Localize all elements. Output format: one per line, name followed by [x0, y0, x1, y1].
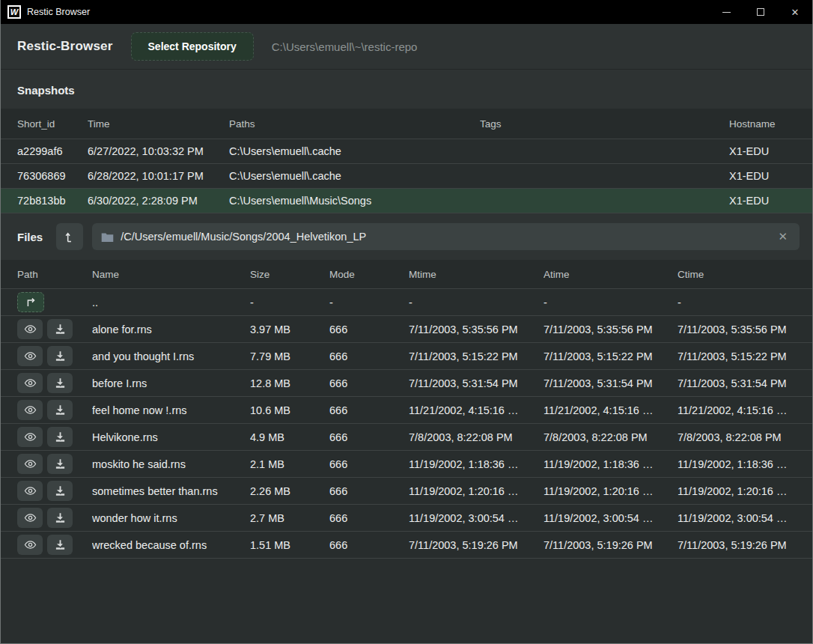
file-size: 4.9 MB — [250, 431, 329, 443]
select-repository-button[interactable]: Select Repository — [131, 32, 254, 61]
snapshots-table-body: a2299af6 6/27/2022, 10:03:32 PM C:\Users… — [1, 139, 812, 213]
download-file-button[interactable] — [47, 400, 73, 420]
close-button[interactable]: ✕ — [778, 0, 812, 24]
titlebar: W Restic Browser ✕ — [1, 0, 812, 24]
snapshot-hostname: X1-EDU — [729, 195, 796, 207]
file-mode: 666 — [329, 323, 409, 335]
maximize-button[interactable] — [743, 0, 778, 24]
file-name: feel home now !.rns — [92, 404, 250, 416]
file-name: wrecked because of.rns — [92, 539, 250, 551]
file-row: moskito he said.rns 2.1 MB 666 11/19/200… — [1, 450, 812, 477]
file-atime: 7/11/2003, 5:15:22 PM — [543, 350, 678, 362]
column-header-path: Path — [17, 269, 92, 280]
preview-file-button[interactable] — [17, 427, 43, 447]
file-ctime: 11/21/2002, 4:15:16 … — [678, 404, 796, 416]
eye-icon — [24, 540, 37, 550]
up-directory-button[interactable] — [56, 223, 83, 250]
file-mtime: 7/11/2003, 5:31:54 PM — [409, 377, 543, 389]
current-path-input[interactable]: /C/Users/emuell/Music/Songs/2004_Helveti… — [92, 223, 800, 250]
snapshot-paths: C:\Users\emuell\Music\Songs — [229, 195, 480, 207]
eye-icon — [24, 459, 37, 469]
snapshot-time: 6/28/2022, 10:01:17 PM — [88, 170, 229, 182]
preview-file-button[interactable] — [17, 481, 43, 501]
snapshot-short-id: 72b813bb — [17, 195, 88, 207]
file-row: alone for.rns 3.97 MB 666 7/11/2003, 5:3… — [1, 315, 812, 342]
file-atime: 11/21/2002, 4:15:16 … — [543, 404, 678, 416]
file-mtime: 7/11/2003, 5:35:56 PM — [409, 323, 543, 335]
snapshot-row[interactable]: 76306869 6/28/2022, 10:01:17 PM C:\Users… — [1, 163, 812, 188]
download-file-button[interactable] — [47, 535, 73, 555]
preview-file-button[interactable] — [17, 400, 43, 420]
clear-path-button[interactable]: ✕ — [775, 228, 791, 245]
file-ctime: 11/19/2002, 3:00:54 … — [678, 512, 796, 524]
file-size: 3.97 MB — [250, 323, 329, 335]
current-path-text: /C/Users/emuell/Music/Songs/2004_Helveti… — [121, 231, 768, 243]
download-icon — [55, 404, 66, 416]
eye-icon — [24, 378, 37, 388]
file-ctime: 7/11/2003, 5:31:54 PM — [678, 377, 796, 389]
file-mode: 666 — [329, 539, 409, 551]
file-mtime: 11/19/2002, 1:18:36 … — [409, 458, 543, 470]
download-file-button[interactable] — [47, 373, 73, 393]
download-file-button[interactable] — [47, 319, 73, 339]
download-file-button[interactable] — [47, 454, 73, 474]
preview-file-button[interactable] — [17, 508, 43, 528]
column-header-size: Size — [250, 269, 329, 280]
download-icon — [55, 485, 66, 496]
preview-file-button[interactable] — [17, 454, 43, 474]
empty-area — [1, 559, 812, 643]
download-file-button[interactable] — [47, 508, 73, 528]
download-icon — [55, 431, 66, 443]
file-mtime: 7/11/2003, 5:19:26 PM — [409, 539, 543, 551]
file-size: 10.6 MB — [250, 404, 329, 416]
app-header: Restic-Browser Select Repository C:\User… — [1, 24, 812, 69]
file-row: Helvikone.rns 4.9 MB 666 7/8/2003, 8:22:… — [1, 423, 812, 450]
download-icon — [55, 350, 66, 362]
file-size: 7.79 MB — [250, 350, 329, 362]
eye-icon — [24, 351, 37, 361]
column-header-tags: Tags — [480, 118, 729, 130]
preview-file-button[interactable] — [17, 373, 43, 393]
snapshot-row[interactable]: 72b813bb 6/30/2022, 2:28:09 PM C:\Users\… — [1, 188, 812, 213]
parent-directory-row: .. - - - - - — [1, 288, 812, 315]
file-ctime: 11/19/2002, 1:20:16 … — [678, 485, 796, 497]
window-title: Restic Browser — [27, 7, 90, 17]
file-atime: 11/19/2002, 3:00:54 … — [543, 512, 678, 524]
snapshot-row[interactable]: a2299af6 6/27/2022, 10:03:32 PM C:\Users… — [1, 139, 812, 163]
minimize-button[interactable] — [709, 0, 743, 24]
column-header-name: Name — [92, 269, 250, 280]
eye-icon — [24, 405, 37, 415]
repository-path-field[interactable]: C:\Users\emuell\~\restic-repo — [272, 40, 418, 53]
files-table-body: alone for.rns 3.97 MB 666 7/11/2003, 5:3… — [1, 315, 812, 558]
preview-file-button[interactable] — [17, 319, 43, 339]
open-parent-directory-button[interactable] — [17, 292, 44, 312]
snapshots-table-header: Short_id Time Paths Tags Hostname — [1, 109, 812, 139]
file-mode: 666 — [329, 404, 409, 416]
column-header-atime: Atime — [543, 269, 678, 280]
files-heading-label: Files — [17, 231, 43, 243]
preview-file-button[interactable] — [17, 346, 43, 366]
file-mode: 666 — [329, 431, 409, 443]
download-icon — [55, 539, 66, 550]
snapshot-hostname: X1-EDU — [729, 145, 796, 157]
download-file-button[interactable] — [47, 346, 73, 366]
file-atime: 7/11/2003, 5:19:26 PM — [543, 539, 678, 551]
column-header-short-id: Short_id — [17, 118, 88, 130]
file-mode: 666 — [329, 512, 409, 524]
preview-file-button[interactable] — [17, 535, 43, 555]
column-header-paths: Paths — [229, 118, 480, 130]
file-size: 2.26 MB — [250, 485, 329, 497]
file-size: 12.8 MB — [250, 377, 329, 389]
file-mode: - — [329, 297, 409, 309]
snapshot-short-id: 76306869 — [17, 170, 88, 182]
file-ctime: 7/11/2003, 5:35:56 PM — [678, 323, 796, 335]
file-mode: 666 — [329, 350, 409, 362]
download-file-button[interactable] — [47, 427, 73, 447]
minimize-icon — [722, 12, 731, 13]
download-file-button[interactable] — [47, 481, 73, 501]
file-atime: 11/19/2002, 1:18:36 … — [543, 458, 678, 470]
file-atime: - — [543, 297, 678, 309]
file-atime: 7/11/2003, 5:35:56 PM — [543, 323, 678, 335]
column-header-mtime: Mtime — [409, 269, 543, 280]
file-row: before I.rns 12.8 MB 666 7/11/2003, 5:31… — [1, 369, 812, 396]
